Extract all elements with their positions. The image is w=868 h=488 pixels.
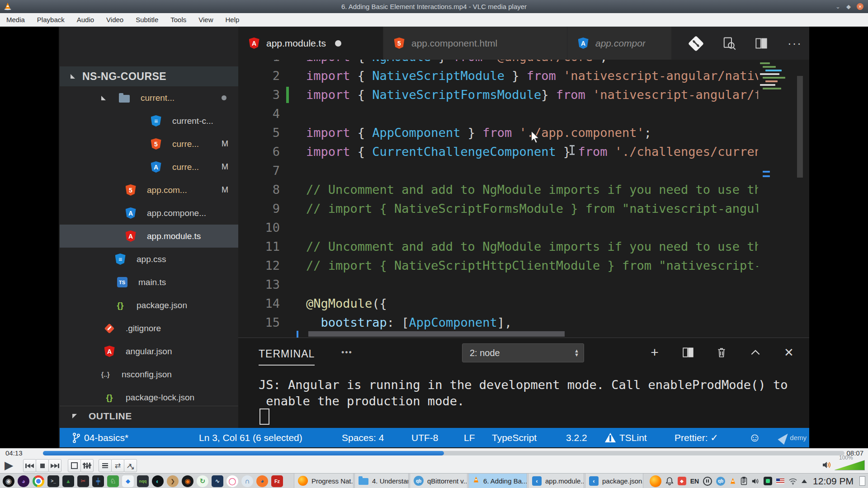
open-preview-icon[interactable] <box>722 36 737 51</box>
taskbar-window-4[interactable]: 6. Adding Ba... <box>468 474 527 488</box>
terminal-tab[interactable]: TERMINAL <box>259 348 315 360</box>
seek-bar[interactable] <box>43 451 844 455</box>
more-actions-icon[interactable]: ··· <box>787 36 802 51</box>
vlc-tray-icon[interactable] <box>729 477 736 485</box>
playlist-button[interactable] <box>99 459 112 472</box>
taskbar-window-6[interactable]: ‹package.json... <box>585 474 643 488</box>
terminal-more-icon[interactable]: ••• <box>341 348 353 357</box>
kill-terminal-icon[interactable] <box>712 343 731 361</box>
loop-button[interactable]: ⇄ <box>111 459 124 472</box>
tree-item-angular.json[interactable]: Aangular.json <box>60 340 238 363</box>
spiral-app-icon[interactable]: ◉ <box>3 475 14 487</box>
sync-app-icon[interactable]: ↻ <box>197 475 208 487</box>
fullscreen-button[interactable] <box>68 459 81 472</box>
split-terminal-icon[interactable] <box>679 343 697 361</box>
headphones-app-icon[interactable]: ∩ <box>241 475 253 487</box>
swirl-app-icon[interactable]: ◐ <box>152 475 164 487</box>
tslint-item[interactable]: TSLint <box>605 428 647 447</box>
terminal-select[interactable]: 2: node ▲▼ <box>462 343 584 362</box>
speaker-icon[interactable] <box>751 478 760 485</box>
maximize-icon[interactable]: ◆ <box>846 4 851 9</box>
encoding[interactable]: UTF-8 <box>411 428 439 447</box>
git-compare-icon[interactable] <box>688 36 703 51</box>
monitor-app-icon[interactable]: ▲ <box>62 475 74 487</box>
keyboard-layout[interactable]: EN <box>690 478 699 485</box>
eye-app-icon[interactable]: ◉ <box>182 475 193 487</box>
cursor-position[interactable]: Ln 3, Col 61 (6 selected) <box>199 428 302 447</box>
tree-item-.gitignore[interactable]: .gitignore <box>60 317 238 340</box>
feedback-smiley-icon[interactable]: ☺ <box>749 428 761 447</box>
settings-app-icon[interactable]: ╪ <box>92 475 104 487</box>
filezilla-icon[interactable]: Fz <box>271 475 283 487</box>
tor-browser-icon[interactable]: ◕ <box>18 475 29 487</box>
code-editor[interactable]: 1import { NgModule } from '@angular/core… <box>238 60 809 338</box>
tab-app.component.html[interactable]: 5app.component.html <box>383 27 567 60</box>
notification-badge-icon[interactable]: ◆ <box>678 477 686 485</box>
new-terminal-icon[interactable]: + <box>646 343 664 361</box>
volume-slider[interactable] <box>835 460 864 470</box>
play-button[interactable]: ▶ <box>5 458 13 472</box>
eol[interactable]: LF <box>464 428 475 447</box>
prettier-item[interactable]: Prettier: ✓ <box>675 428 718 447</box>
next-button[interactable] <box>48 459 61 472</box>
tree-item-current-c...[interactable]: ≡current-c... <box>60 109 238 132</box>
chrome-icon[interactable] <box>33 475 44 487</box>
wifi-icon[interactable] <box>788 478 797 485</box>
qbittorrent-tray-icon[interactable]: qb <box>716 477 725 486</box>
split-editor-icon[interactable] <box>754 36 769 51</box>
minimize-icon[interactable]: ⌄ <box>835 4 840 9</box>
clock[interactable]: 12:09 PM <box>813 476 854 487</box>
clipboard-icon[interactable] <box>741 477 747 485</box>
menu-item-tools[interactable]: Tools <box>170 16 186 23</box>
bird-app-icon[interactable]: ❯ <box>167 475 179 487</box>
pause-icon[interactable] <box>703 477 712 486</box>
tree-item-app.module.ts[interactable]: Aapp.module.ts <box>60 225 238 248</box>
close-panel-icon[interactable]: ✕ <box>780 343 798 361</box>
menu-item-audio[interactable]: Audio <box>77 16 94 23</box>
display-app-icon[interactable] <box>764 477 772 485</box>
taskbar-window-2[interactable]: 4. Understan... <box>354 474 409 488</box>
blender-icon[interactable]: ◕ <box>256 475 268 487</box>
terminal-panel[interactable]: TERMINAL ••• 2: node ▲▼ + ✕ JS: Angular … <box>238 338 809 428</box>
tab-app.module.ts[interactable]: Aapp.module.ts <box>238 27 383 60</box>
maximize-panel-icon[interactable] <box>746 343 764 361</box>
taskbar-window-3[interactable]: qbqBittorrent v... <box>410 474 467 488</box>
close-icon[interactable]: ✕ <box>857 3 863 10</box>
extended-settings-button[interactable] <box>80 459 94 472</box>
tree-item-main.ts[interactable]: TSmain.ts <box>60 271 238 294</box>
taskbar-window-5[interactable]: ‹app.module.... <box>528 474 584 488</box>
notepadqq-icon[interactable]: nqq <box>137 475 149 487</box>
video-area[interactable]: EXPLORER NS-NG-COURSE current...≡current… <box>0 27 868 448</box>
menu-item-playback[interactable]: Playback <box>37 16 65 23</box>
indentation[interactable]: Spaces: 4 <box>342 428 384 447</box>
shuffle-button[interactable]: ↗↘ <box>124 459 137 472</box>
bell-icon[interactable] <box>665 477 674 486</box>
firefox-tray-icon[interactable] <box>650 475 661 487</box>
tree-item-app.css[interactable]: ≡app.css <box>60 248 238 271</box>
green-app-icon[interactable]: ♘ <box>107 475 119 487</box>
ts-version[interactable]: 3.2.2 <box>566 428 587 447</box>
taskbar-window-1[interactable]: Progress Nat... <box>294 474 354 488</box>
tray-expand-icon[interactable] <box>802 479 807 483</box>
menu-item-video[interactable]: Video <box>106 16 123 23</box>
show-desktop-button[interactable] <box>859 476 865 486</box>
tree-item-package.json[interactable]: {}package.json <box>60 294 238 317</box>
tree-item-curre...[interactable]: 5curre...M <box>60 132 238 155</box>
tree-item-nsconfig.json[interactable]: {..}nsconfig.json <box>60 363 238 386</box>
tree-item-app.compone...[interactable]: Aapp.compone... <box>60 202 238 225</box>
us-flag-icon[interactable] <box>776 479 784 484</box>
ring-app-icon[interactable]: ◯ <box>226 475 238 487</box>
previous-button[interactable] <box>23 459 36 472</box>
workspace-root-header[interactable]: NS-NG-COURSE <box>60 66 238 86</box>
volume-icon[interactable] <box>822 460 832 471</box>
menu-item-media[interactable]: Media <box>6 16 25 23</box>
tab-app.compor[interactable]: Aapp.compor <box>567 27 671 60</box>
screenshot-app-icon[interactable]: ✂ <box>77 475 89 487</box>
stop-button[interactable] <box>36 459 49 472</box>
menu-item-subtitle[interactable]: Subtitle <box>136 16 158 23</box>
navy-app-icon[interactable]: ∿ <box>212 475 223 487</box>
git-branch-item[interactable]: 04-basics* <box>72 428 128 447</box>
outline-section[interactable]: OUTLINE <box>60 406 238 426</box>
tree-item-app.com...[interactable]: 5app.com...M <box>60 178 238 202</box>
menu-item-view[interactable]: View <box>198 16 213 23</box>
